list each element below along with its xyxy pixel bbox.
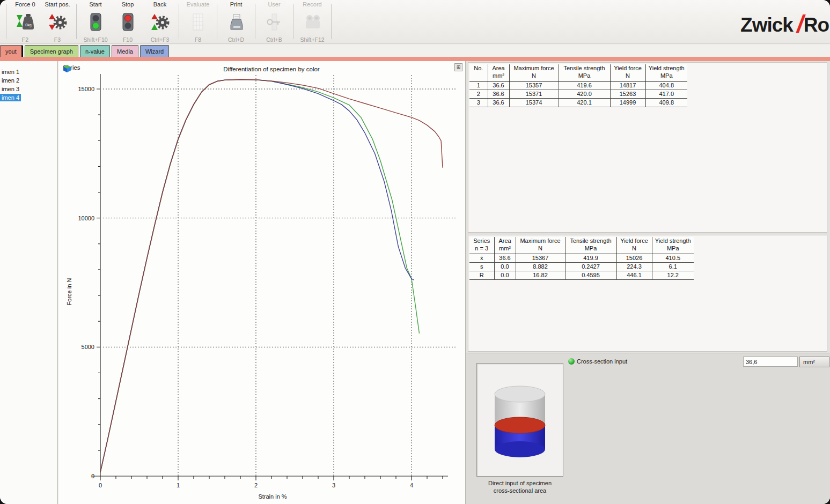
- table-row: R0.016.820.4595446.112.2: [469, 271, 694, 279]
- specimen-image-box: [476, 363, 563, 477]
- start-position-button[interactable]: Start pos. F3: [41, 0, 74, 43]
- record-button: Record Shift+F12: [296, 0, 328, 43]
- svg-text:0: 0: [99, 482, 102, 488]
- force-zero-button[interactable]: Force 0 0kg F2: [9, 0, 41, 43]
- cross-section-panel: Direct input of specimen cross-sectional…: [466, 353, 830, 504]
- back-icon: [150, 12, 170, 32]
- tab-bar: yout Specimen graph n-value Media Wizard: [0, 45, 830, 57]
- stress-strain-chart: 01234050001000015000Differentiation of s…: [58, 61, 466, 504]
- back-button[interactable]: Back Ctrl+F3: [144, 0, 176, 43]
- print-button[interactable]: Print Ctrl+D: [220, 0, 252, 43]
- table-row: 136.615357419.614817404.8: [469, 81, 687, 90]
- button-label: Record: [303, 1, 321, 8]
- table-row: s0.08.8820.2427224.36.1: [469, 262, 694, 271]
- tab-label: yout: [5, 48, 17, 55]
- button-label: Evaluate: [187, 1, 210, 8]
- area-input[interactable]: [743, 357, 798, 367]
- button-shortcut: Ctrl+B: [266, 36, 282, 43]
- table-cell: 36.6: [488, 81, 509, 90]
- column-header: Yield strengthMPa: [645, 64, 687, 81]
- column-header: Tensile strengthMPa: [559, 64, 610, 81]
- table-cell: 36.6: [488, 98, 509, 107]
- table-cell: 0.2427: [565, 262, 616, 271]
- column-header: Yield strengthMPa: [652, 237, 694, 254]
- table-cell: 2: [469, 90, 488, 98]
- right-region: No. Areamm²Maximum forceNTensile strengt…: [466, 61, 830, 504]
- cross-section-icon: [568, 358, 575, 365]
- table-cell: 404.8: [645, 81, 687, 90]
- toolbar-separator: [217, 4, 217, 39]
- specimen-list-panel: imen 1imen 2imen 3imen 4: [0, 61, 58, 504]
- toolbar-separator: [331, 4, 332, 39]
- table-cell: x̄: [469, 254, 494, 262]
- tab-layout[interactable]: yout: [0, 45, 23, 57]
- tab-wizard[interactable]: Wizard: [140, 45, 169, 57]
- table-cell: 420.1: [559, 98, 610, 107]
- table-cell: 6.1: [652, 262, 694, 271]
- results-table: No. Areamm²Maximum forceNTensile strengt…: [469, 64, 687, 107]
- chart-legend: Series: [63, 64, 80, 71]
- start-button[interactable]: Start Shift+F10: [79, 0, 112, 43]
- table-cell: 419.6: [559, 81, 610, 90]
- button-shortcut: Ctrl+F3: [151, 36, 170, 43]
- tab-media[interactable]: Media: [112, 45, 138, 57]
- column-header: No.: [469, 64, 488, 81]
- svg-text:0kg: 0kg: [25, 23, 31, 27]
- toolbar-separator: [255, 4, 255, 39]
- button-shortcut: F10: [123, 36, 133, 43]
- evaluate-icon: [188, 12, 208, 32]
- column-header: Yield forceN: [616, 237, 652, 254]
- svg-text:3: 3: [332, 482, 335, 488]
- svg-text:1: 1: [177, 482, 180, 488]
- column-header: Yield forceN: [610, 64, 645, 81]
- tab-n-value[interactable]: n-value: [80, 45, 110, 57]
- table-cell: 1: [469, 81, 488, 90]
- chart-corner-button[interactable]: ⊞: [454, 63, 462, 71]
- series-cube-icon: [63, 64, 71, 73]
- tab-label: Media: [117, 48, 133, 55]
- start-position-icon: [48, 12, 67, 32]
- button-shortcut: F8: [195, 36, 201, 43]
- svg-text:5000: 5000: [82, 344, 94, 350]
- tab-specimen-graph[interactable]: Specimen graph: [25, 45, 78, 57]
- table-cell: 12.2: [652, 271, 694, 279]
- table-cell: 0.0: [494, 262, 516, 271]
- tab-label: n-value: [85, 48, 105, 55]
- specimen-list-item[interactable]: imen 4: [0, 94, 21, 101]
- table-cell: 15263: [610, 90, 645, 98]
- column-header: Tensile strengthMPa: [565, 237, 616, 254]
- table-cell: R: [469, 271, 494, 279]
- unit-button[interactable]: mm²: [799, 357, 829, 367]
- toolbar-separator: [6, 4, 6, 39]
- record-icon: [303, 12, 322, 32]
- specimen-list-item[interactable]: imen 1: [0, 68, 21, 76]
- toolbar: Force 0 0kg F2 Start pos. F3 Start Shift…: [0, 0, 830, 44]
- table-cell: 8.882: [516, 262, 565, 271]
- table-cell: 15357: [509, 81, 559, 90]
- force-zero-icon: 0kg: [16, 12, 35, 32]
- svg-text:Differentiation of specimen by: Differentiation of specimen by color: [223, 66, 320, 72]
- specimen-list-item[interactable]: imen 2: [0, 77, 21, 84]
- table-cell: 420.0: [559, 90, 610, 98]
- cross-section-label: Cross-section input: [577, 358, 627, 365]
- image-caption: Direct input of specimen cross-sectional…: [468, 480, 571, 495]
- start-traffic-light-icon: [86, 12, 105, 32]
- table-cell: 224.3: [616, 262, 652, 271]
- column-header: Areamm²: [494, 237, 516, 254]
- svg-text:10000: 10000: [78, 215, 94, 221]
- button-label: Back: [153, 1, 166, 8]
- button-label: User: [268, 1, 280, 8]
- stop-button[interactable]: Stop F10: [112, 0, 144, 43]
- tab-label: Specimen graph: [30, 48, 73, 55]
- table-cell: 410.5: [652, 254, 694, 262]
- column-header: Maximum forceN: [509, 64, 559, 81]
- logo-text-right: Ro: [804, 14, 829, 36]
- specimen-list-item[interactable]: imen 3: [0, 85, 21, 93]
- table-cell: s: [469, 262, 494, 271]
- table-cell: 15374: [509, 98, 559, 107]
- active-tab-strip: [0, 57, 830, 61]
- logo-slash: /: [797, 10, 803, 38]
- column-header: Seriesn = 3: [469, 237, 494, 254]
- specimen-list: imen 1imen 2imen 3imen 4: [0, 61, 57, 101]
- table-cell: 417.0: [645, 90, 687, 98]
